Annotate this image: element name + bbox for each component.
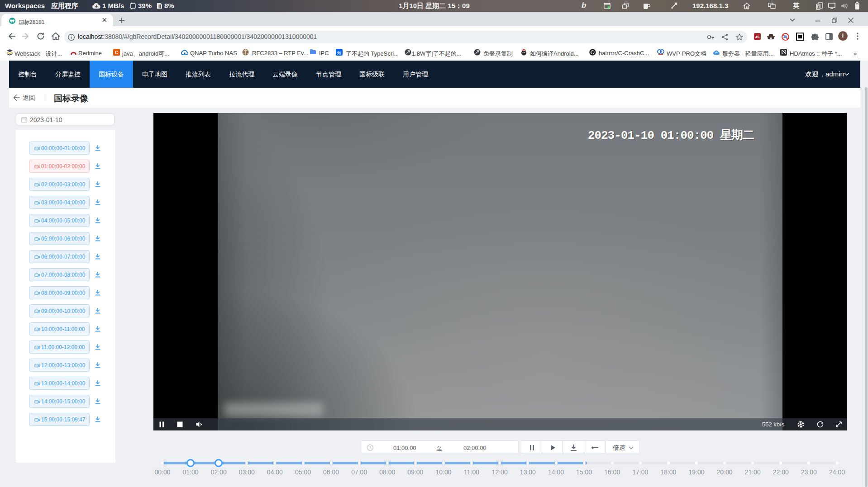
svg-text:C: C (115, 50, 118, 55)
svg-text:知: 知 (337, 51, 341, 55)
svg-text:JS: JS (755, 35, 760, 39)
